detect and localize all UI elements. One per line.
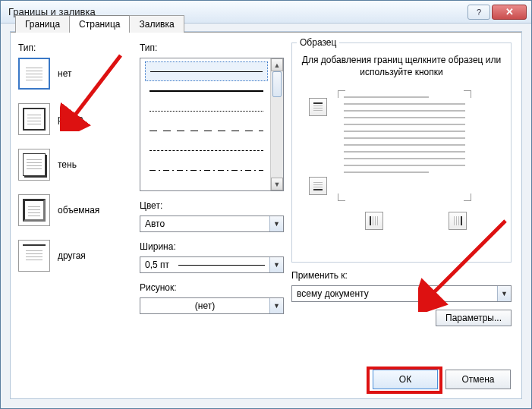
apply-to-value: всему документу [297,288,369,299]
style-dashdot[interactable] [145,160,268,180]
art-value: (нет) [195,300,215,311]
cancel-button[interactable]: Отмена [445,370,511,389]
setting-3d-label: объемная [58,205,99,216]
svg-rect-5 [313,182,323,183]
setting-shadow-label: тень [58,159,77,170]
svg-rect-3 [313,110,323,111]
preview-area[interactable] [298,89,505,233]
art-combo[interactable]: (нет) ▼ [140,297,284,314]
setting-label: Тип: [18,42,132,53]
style-thick[interactable] [145,81,268,101]
border-left-button[interactable] [365,212,383,230]
preview-label: Образец [297,37,339,48]
preview-hint: Для добавления границ щелкните образец и… [298,54,505,78]
apply-to-label: Применить к: [291,270,512,281]
setting-none-label: нет [58,68,71,79]
preview-column: Образец Для добавления границ щелкните о… [291,42,512,326]
chevron-down-icon[interactable]: ▼ [497,286,511,301]
tab-shading[interactable]: Заливка [129,15,184,33]
svg-rect-1 [313,105,323,106]
style-solid[interactable] [145,61,268,81]
border-right-button[interactable] [449,212,467,230]
svg-rect-15 [458,216,459,225]
border-top-button[interactable] [309,98,327,116]
chevron-down-icon[interactable]: ▼ [269,216,283,231]
borders-shading-dialog: Границы и заливка ? ✕ Граница Страница З… [0,0,532,409]
style-dash[interactable] [145,140,268,160]
chevron-down-icon[interactable]: ▼ [269,298,283,313]
dialog-body: Граница Страница Заливка Тип: нет рамка … [10,31,522,399]
color-value: Авто [145,219,165,229]
options-button[interactable]: Параметры... [436,310,512,326]
preview-page[interactable] [344,96,465,195]
chevron-down-icon[interactable]: ▼ [269,257,283,272]
svg-rect-2 [313,108,323,109]
svg-rect-13 [454,216,455,225]
style-label: Тип: [140,42,284,53]
svg-rect-12 [461,216,462,225]
setting-column: Тип: нет рамка тень объемная [18,42,132,285]
scroll-down-icon[interactable]: ▼ [271,178,283,190]
svg-rect-8 [370,216,371,225]
svg-rect-14 [456,216,457,225]
setting-shadow[interactable]: тень [18,149,132,181]
style-dot[interactable] [145,101,268,121]
scroll-up-icon[interactable]: ▲ [271,58,283,71]
color-combo[interactable]: Авто ▼ [140,216,284,232]
svg-rect-4 [313,189,323,190]
svg-rect-0 [313,102,323,104]
style-dash-sparse[interactable] [145,121,268,140]
border-bottom-button[interactable] [309,177,327,195]
setting-custom-label: другая [58,250,86,261]
svg-rect-9 [373,216,373,225]
help-button[interactable]: ? [467,5,490,20]
style-column: Тип: ▲ ▼ [140,42,284,314]
setting-custom[interactable]: другая [18,240,132,272]
setting-3d[interactable]: объемная [18,194,132,226]
art-label: Рисунок: [140,282,284,293]
dialog-buttons: ОК Отмена [373,370,511,389]
svg-rect-11 [377,216,378,225]
setting-box[interactable]: рамка [18,103,132,135]
style-scrollbar[interactable]: ▲ ▼ [270,58,283,190]
setting-box-label: рамка [58,114,83,124]
scroll-thumb[interactable] [272,71,282,97]
width-combo[interactable]: 0,5 пт ▼ [140,256,284,273]
close-button[interactable]: ✕ [492,5,527,20]
width-value: 0,5 пт [145,260,169,270]
svg-rect-10 [375,216,376,225]
tab-borders[interactable]: Граница [15,15,70,33]
line-style-list[interactable]: ▲ ▼ [140,58,284,191]
width-label: Ширина: [140,241,284,252]
svg-rect-6 [313,184,323,185]
setting-none[interactable]: нет [18,58,132,90]
tab-strip: Граница Страница Заливка [15,15,184,33]
tab-page-border[interactable]: Страница [69,15,130,33]
apply-to-combo[interactable]: всему документу ▼ [291,285,512,302]
svg-rect-7 [313,187,323,187]
ok-button[interactable]: ОК [373,370,438,389]
color-label: Цвет: [140,200,284,211]
